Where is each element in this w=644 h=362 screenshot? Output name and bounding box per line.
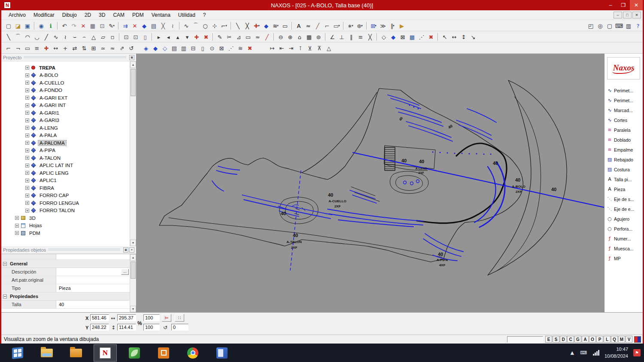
x-coordinate-field[interactable] [90,314,109,321]
expand-icon[interactable]: + [25,171,29,175]
taskbar-app-explorer[interactable] [35,344,58,362]
taskbar-app-notes[interactable] [210,344,234,362]
tool-pieza[interactable]: APieza [605,184,643,194]
draw-arc-icon[interactable]: ⌒ [13,32,23,42]
ellipsis-button[interactable]: ... [121,269,129,275]
piece-icon[interactable]: ◆ [140,21,149,30]
expand-icon[interactable]: + [25,103,29,107]
triangle-icon[interactable]: △ [89,32,98,42]
frame-icon[interactable]: ▭▾ [332,21,341,30]
red-line-icon[interactable]: ╱ [262,32,272,42]
status-flag-m[interactable]: M [618,336,625,343]
menu-archivo[interactable]: Archivo [5,11,30,19]
add-icon[interactable]: ✚ [192,32,201,42]
wiggle-icon[interactable]: ≀ [61,32,70,42]
box-icon[interactable]: ▭ [243,32,253,42]
menu-2d[interactable]: 2D [81,11,95,19]
forward-icon[interactable]: ≫ [378,21,388,30]
mdi-close-button[interactable]: ✕ [632,12,641,18]
tab-right-icon[interactable]: ⇥ [286,43,296,53]
collapse-icon[interactable]: ⊟ [188,43,198,53]
properties-scrollbar[interactable]: ▲ ▼ [130,254,136,312]
ring-icon[interactable]: ⊚ [314,32,323,42]
perp-icon[interactable]: ⊥ [337,32,346,42]
down-icon[interactable]: ▾ [182,32,192,42]
start-button[interactable] [6,344,29,362]
grid-icon[interactable]: ▦ [88,21,97,30]
expand-icon[interactable]: + [15,216,19,220]
scrollbar-thumb[interactable] [131,69,136,96]
tool-cortes[interactable]: ∿Cortes [605,115,643,125]
status-flag-l[interactable]: L [604,336,611,343]
tool-costura[interactable]: ▨Costura [605,164,643,174]
corner-icon[interactable]: ⌐▾ [219,21,229,30]
tool-marcad[interactable]: ∿Marcad... [605,105,643,115]
map-arrow-icon[interactable]: ↦ [267,43,277,53]
panel-dock-icon[interactable]: ▣ [123,247,128,252]
zoom-y-field[interactable] [143,324,160,331]
tree-item-a-pipa[interactable]: +A-PIPA [1,147,130,155]
frown-icon[interactable]: ⌢ [79,32,89,42]
plus-icon[interactable]: ⊕ [286,32,295,42]
tool-perimet[interactable]: ∿Perimet... [605,85,643,95]
dots2-icon[interactable]: ⋰ [226,43,236,53]
status-flag-q[interactable]: Q [611,336,618,343]
rotate-icon[interactable]: ↺ [163,325,167,331]
collapse-icon[interactable]: − [3,295,7,298]
tool-talla-pi[interactable]: ATalla pi... [605,174,643,184]
or-icon[interactable]: ⊻ [305,43,315,53]
network-icon[interactable]: ◉ [36,21,46,30]
square-small-icon[interactable]: ▫ [108,32,117,42]
tool-agujero[interactable]: ○Agujero [605,214,643,224]
v-extent-icon[interactable]: ↕ [459,32,468,42]
circle-icon[interactable]: ○ [200,21,210,30]
panel-close-icon[interactable]: ✕ [129,247,134,252]
rect2-icon[interactable]: ▭ [23,43,32,53]
tree-item-a-pala[interactable]: +A-PALA [1,132,130,140]
fill-icon[interactable]: ▩ [407,32,417,42]
collapse-icon[interactable]: − [3,262,7,266]
add2-icon[interactable]: ✚ [42,43,51,53]
up-icon[interactable]: ▴ [173,32,182,42]
redo-icon[interactable]: ↷ [69,21,79,30]
erase-icon[interactable]: ✕ [130,21,140,30]
duplicate-icon[interactable]: ⊡ [131,32,140,42]
tree-scrollbar[interactable]: ▲ ▼ [130,61,136,246]
network-icon[interactable] [593,350,599,356]
ne-arrow-icon[interactable]: ⇗ [117,43,127,53]
plus2-icon[interactable]: + [61,43,70,53]
expand-icon[interactable]: + [25,119,29,122]
remove-icon[interactable]: ✖ [201,32,211,42]
zoom-window-icon[interactable]: ◰ [586,21,595,30]
tree-item-aplic1[interactable]: +APLIC1 [1,177,130,185]
maximize-button[interactable]: ❒ [617,0,630,10]
scroll-up-icon[interactable]: ▲ [130,254,136,261]
draw-line-icon[interactable]: ╲ [4,32,13,42]
home-icon[interactable]: ⌂ [295,32,304,42]
property-value[interactable] [56,276,130,284]
cross2-icon[interactable]: ╳ [365,32,375,42]
property-value[interactable] [56,254,130,259]
tree-item-a-gari3[interactable]: +A-GARI3 [1,117,130,125]
dot-ring-icon[interactable]: ⊙ [207,43,217,53]
keyboard-tray-icon[interactable]: ⌨ [580,350,587,356]
pencil-icon[interactable]: ✎▾ [107,21,116,30]
tool-numer[interactable]: ƒNumer... [605,234,643,243]
help-icon[interactable]: ? [633,21,643,30]
scale-lock-icon[interactable]: ⊨ [162,314,171,322]
expand-icon[interactable]: + [25,96,29,100]
hatch-icon[interactable]: ▤ [149,21,158,30]
angle-field[interactable] [171,324,188,331]
swap-h-icon[interactable]: ⇄ [70,43,79,53]
add-point-icon[interactable]: ✚▾ [252,21,261,30]
status-flag-e[interactable]: E [545,336,552,343]
expand-icon[interactable]: + [25,164,29,167]
expand-icon[interactable]: + [25,66,29,70]
boxed-x-icon[interactable]: ⊠ [398,32,407,42]
scroll-up-icon[interactable]: ▲ [130,61,136,68]
smile-icon[interactable]: ⌣ [70,32,79,42]
new-icon[interactable]: ▢ [4,21,13,30]
zoom-x-field[interactable] [143,314,160,321]
tree-item-aplic-lat-int[interactable]: +APLIC LAT INT [1,162,130,170]
info-icon[interactable]: ℹ [46,21,55,30]
